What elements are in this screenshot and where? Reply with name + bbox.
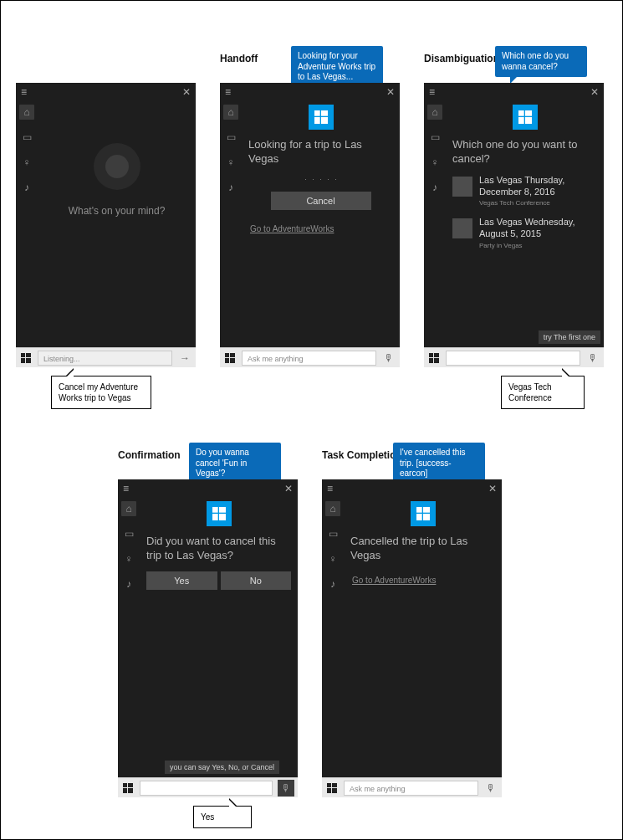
start-icon[interactable] [325,781,339,795]
question-headline: Did you want to cancel this trip to Las … [146,535,291,563]
bulb-icon[interactable]: ♀ [19,155,34,170]
user-utterance-callout: Vegas Tech Conference [501,376,585,409]
svg-rect-1 [26,353,31,357]
mic-icon[interactable]: 🎙 [483,781,498,796]
svg-rect-18 [429,358,433,363]
stage-disambiguation: Disambiguation Which one do you wanna ca… [424,53,604,367]
cortana-panel-completion: ≡ ✕ ⌂ ▭ ♀ ♪ Cancelled the trip to Las Ve… [322,479,502,797]
trip-option-0[interactable]: Las Vegas Thursday, December 8, 2016 Veg… [452,175,597,207]
svg-rect-14 [518,117,524,124]
cortana-panel-disambiguation: ≡ ✕ ⌂ ▭ ♀ ♪ Which one do you want to can… [424,83,604,367]
svg-rect-15 [525,117,532,124]
svg-rect-20 [212,507,218,513]
hamburger-icon[interactable]: ≡ [429,87,435,97]
app-tile-icon [513,105,538,130]
hamburger-icon[interactable]: ≡ [123,484,129,494]
start-icon[interactable] [121,781,135,795]
start-icon[interactable] [427,351,441,365]
close-icon[interactable]: ✕ [386,87,395,97]
status-headline: Looking for a trip to Las Vegas [248,138,393,166]
svg-rect-4 [314,110,320,116]
notebook-icon[interactable]: ▭ [121,526,136,541]
trip-option-1[interactable]: Las Vegas Wednesday, August 5, 2015 Part… [452,217,597,249]
mic-icon[interactable]: 🎙 [381,351,396,366]
app-tile-icon [309,105,334,130]
home-icon[interactable]: ⌂ [325,501,340,516]
hamburger-icon[interactable]: ≡ [21,87,27,97]
svg-rect-24 [123,783,127,787]
arrow-icon[interactable]: → [177,351,192,366]
no-button[interactable]: No [221,571,292,590]
trip-title: Las Vegas Thursday, December 8, 2016 [479,175,597,198]
notebook-icon[interactable]: ▭ [19,130,34,145]
start-icon[interactable] [19,351,33,365]
svg-rect-0 [21,353,25,357]
home-icon[interactable]: ⌂ [121,501,136,516]
svg-rect-34 [327,788,331,793]
hamburger-icon[interactable]: ≡ [225,87,231,97]
close-icon[interactable]: ✕ [182,87,191,97]
svg-rect-25 [128,783,133,787]
svg-rect-30 [416,514,422,520]
cortana-prompt: What's on your mind? [44,205,189,217]
bulb-icon[interactable]: ♀ [325,551,340,566]
svg-rect-22 [212,514,218,520]
svg-rect-17 [434,353,439,357]
question-headline: Which one do you want to cancel? [452,138,597,166]
close-icon[interactable]: ✕ [488,484,497,494]
svg-rect-19 [434,358,439,363]
svg-rect-13 [525,110,532,116]
thumb-icon [452,218,472,238]
home-icon[interactable]: ⌂ [427,105,442,120]
close-icon[interactable]: ✕ [284,484,293,494]
start-icon[interactable] [223,351,237,365]
cortana-speech-bubble: I've cancelled this trip. [success-earco… [393,443,485,484]
hamburger-icon[interactable]: ≡ [327,484,333,494]
voice-hint: you can say Yes, No, or Cancel [165,761,279,774]
voice-hint: try The first one [539,330,600,344]
cortana-speech-bubble: Looking for your Adventure Works trip to… [291,46,383,88]
home-icon[interactable]: ⌂ [223,105,238,120]
notebook-icon[interactable]: ▭ [325,526,340,541]
search-input[interactable]: Listening... [38,351,172,366]
svg-rect-26 [123,788,127,793]
cortana-orb-icon [94,143,140,190]
music-icon[interactable]: ♪ [121,576,136,592]
status-headline: Cancelled the trip to Las Vegas [350,535,495,563]
svg-rect-31 [423,514,430,520]
trip-subtitle: Party in Vegas [479,242,597,249]
close-icon[interactable]: ✕ [590,87,599,97]
search-input[interactable] [446,351,580,366]
cortana-speech-bubble: Do you wanna cancel 'Fun in Vegas'? [189,443,281,484]
mic-icon[interactable]: 🎙 [278,780,294,796]
music-icon[interactable]: ♪ [223,180,238,195]
svg-rect-7 [321,117,328,124]
svg-rect-21 [219,507,226,513]
deep-link[interactable]: Go to AdventureWorks [250,224,334,233]
notebook-icon[interactable]: ▭ [427,130,442,145]
search-input[interactable]: Ask me anything [242,351,376,366]
stage-handoff: Handoff Looking for your Adventure Works… [220,53,400,367]
search-input[interactable] [140,781,273,796]
cortana-panel-handoff: ≡ ✕ ⌂ ▭ ♀ ♪ Looking for a trip to Las Ve… [220,83,400,367]
svg-rect-10 [225,358,229,363]
search-input[interactable]: Ask me anything [344,781,478,796]
progress-dots: · · · · · [250,175,393,183]
deep-link[interactable]: Go to AdventureWorks [352,576,436,585]
bulb-icon[interactable]: ♀ [121,551,136,566]
stage-confirmation: Confirmation Do you wanna cancel 'Fun in… [118,449,298,797]
home-icon[interactable]: ⌂ [19,105,34,120]
notebook-icon[interactable]: ▭ [223,130,238,145]
mic-icon[interactable]: 🎙 [585,351,600,366]
music-icon[interactable]: ♪ [427,180,442,195]
music-icon[interactable]: ♪ [325,576,340,592]
cortana-panel-initial: ≡ ✕ ⌂ ▭ ♀ ♪ What's on your mind? [16,83,196,367]
yes-button[interactable]: Yes [146,571,217,590]
bulb-icon[interactable]: ♀ [223,155,238,170]
svg-rect-23 [219,514,226,520]
stage-label: Task Completion [322,449,402,461]
cancel-button[interactable]: Cancel [271,192,371,210]
taskbar: Listening... → [16,347,196,367]
music-icon[interactable]: ♪ [19,180,34,195]
bulb-icon[interactable]: ♀ [427,155,442,170]
